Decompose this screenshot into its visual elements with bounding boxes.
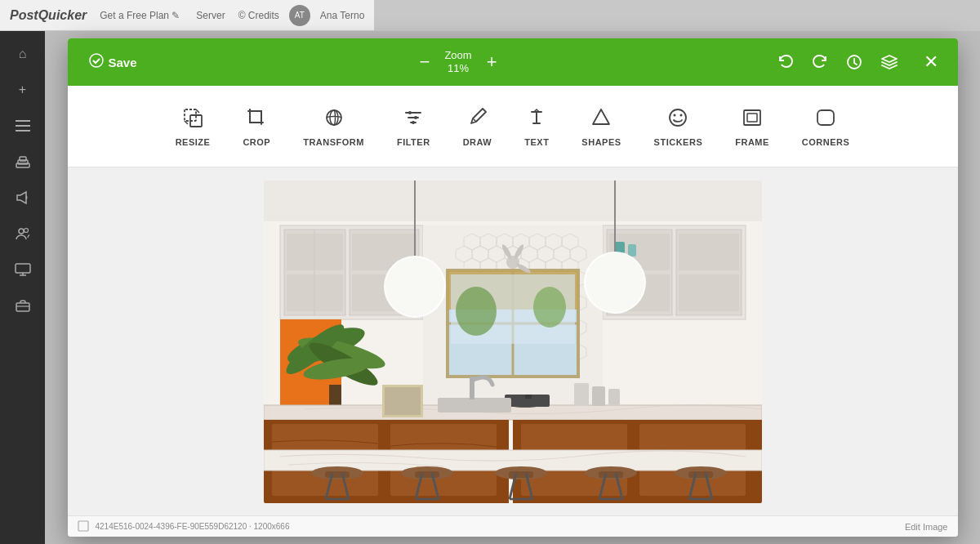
stickers-icon <box>666 106 689 132</box>
svg-point-17 <box>414 116 417 119</box>
status-coordinates: 4214E516-0024-4396-FE-90E559D62120 · 120… <box>96 522 290 531</box>
svg-point-134 <box>456 287 497 336</box>
crop-label: CROP <box>243 137 270 147</box>
svg-rect-187 <box>599 471 623 478</box>
image-editor-modal: Save − Zoom 11% + <box>68 38 958 537</box>
stickers-label: STICKERS <box>654 137 703 147</box>
svg-point-142 <box>385 257 444 316</box>
header-right-controls: ✕ <box>772 48 945 76</box>
close-button[interactable]: ✕ <box>917 48 945 76</box>
svg-rect-166 <box>592 386 605 406</box>
history-button[interactable] <box>840 50 868 74</box>
svg-rect-164 <box>525 395 532 399</box>
svg-rect-1 <box>16 125 30 127</box>
modal-header: Save − Zoom 11% + <box>68 38 958 86</box>
avatar: AT <box>289 5 310 26</box>
layers-button[interactable] <box>875 50 904 74</box>
modal-overlay: Save − Zoom 11% + <box>45 31 980 544</box>
svg-rect-177 <box>415 471 439 478</box>
tool-corners[interactable]: CORNERS <box>786 98 866 155</box>
tool-resize[interactable]: RESIZE <box>159 98 227 155</box>
tool-frame[interactable]: FRAME <box>719 98 786 155</box>
svg-point-18 <box>412 121 415 124</box>
app-logo: PostQuicker <box>10 8 87 23</box>
svg-rect-165 <box>574 383 589 406</box>
svg-rect-42 <box>679 274 739 311</box>
save-button[interactable]: Save <box>81 48 145 76</box>
sidebar-item-list[interactable] <box>8 111 38 140</box>
svg-rect-172 <box>325 471 350 478</box>
svg-rect-197 <box>78 521 88 531</box>
svg-rect-168 <box>438 398 511 412</box>
tool-transform[interactable]: TRANSFORM <box>287 98 381 155</box>
text-icon <box>525 106 548 132</box>
svg-rect-192 <box>688 471 713 478</box>
svg-rect-32 <box>287 234 343 270</box>
svg-rect-8 <box>16 264 30 273</box>
filter-label: FILTER <box>397 137 430 147</box>
status-bar: 4214E516-0024-4396-FE-90E559D62120 · 120… <box>68 515 958 537</box>
svg-point-22 <box>680 114 683 116</box>
sidebar-item-layers[interactable] <box>8 147 38 176</box>
zoom-display: Zoom 11% <box>444 49 471 74</box>
redo-button[interactable] <box>806 50 834 74</box>
svg-point-6 <box>19 229 24 234</box>
tool-stickers[interactable]: STICKERS <box>638 98 719 155</box>
svg-rect-9 <box>16 303 29 311</box>
save-icon <box>89 53 104 71</box>
resize-icon <box>181 106 204 132</box>
svg-rect-25 <box>817 110 834 125</box>
tool-draw[interactable]: DRAW <box>447 98 509 155</box>
svg-point-136 <box>506 256 519 269</box>
tool-crop[interactable]: CROP <box>226 98 287 155</box>
bg-topbar: PostQuicker Get a Free Plan ✎ Server © C… <box>0 0 374 31</box>
svg-marker-19 <box>593 109 609 124</box>
svg-point-20 <box>670 109 686 126</box>
sidebar-item-users[interactable] <box>8 219 38 248</box>
sidebar-item-home[interactable]: ⌂ <box>8 39 38 69</box>
header-center: − Zoom 11% + <box>145 49 772 74</box>
canvas-area <box>68 167 958 515</box>
sidebar-item-monitor[interactable] <box>8 255 38 284</box>
tool-text[interactable]: TEXT <box>508 98 565 155</box>
undo-button[interactable] <box>772 50 800 74</box>
svg-rect-23 <box>744 110 760 125</box>
sidebar-item-add[interactable]: + <box>8 75 38 105</box>
transform-label: TRANSFORM <box>303 137 364 147</box>
svg-point-135 <box>533 287 566 328</box>
corners-icon <box>814 106 837 132</box>
transform-icon <box>323 106 345 132</box>
left-sidebar: ⌂ + <box>0 31 45 544</box>
zoom-plus-button[interactable]: + <box>482 53 502 71</box>
resize-label: RESIZE <box>176 137 211 147</box>
canvas-image <box>264 181 762 503</box>
shapes-label: SHAPES <box>581 137 621 147</box>
svg-rect-182 <box>509 471 533 478</box>
svg-point-10 <box>90 54 103 67</box>
checkbox-icon <box>78 520 89 533</box>
svg-rect-0 <box>16 120 30 122</box>
svg-rect-33 <box>287 274 343 311</box>
svg-rect-167 <box>608 389 620 405</box>
svg-rect-2 <box>16 130 30 132</box>
svg-point-14 <box>327 110 341 125</box>
filter-icon <box>402 106 425 132</box>
svg-point-21 <box>674 114 676 116</box>
svg-rect-44 <box>628 244 636 256</box>
bg-nav-links: Get a Free Plan ✎ Server <box>100 10 225 21</box>
bg-topbar-right: © Credits AT Ana Terno <box>238 5 365 26</box>
status-left: 4214E516-0024-4396-FE-90E559D62120 · 120… <box>78 520 905 533</box>
editor-toolbar: RESIZE CROP <box>68 86 958 167</box>
shapes-icon <box>590 106 612 132</box>
svg-point-145 <box>586 253 644 312</box>
frame-icon <box>741 106 764 132</box>
svg-point-15 <box>330 110 338 125</box>
tool-shapes[interactable]: SHAPES <box>565 98 637 155</box>
text-label: TEXT <box>524 137 549 147</box>
zoom-minus-button[interactable]: − <box>415 53 435 71</box>
tool-filter[interactable]: FILTER <box>381 98 447 155</box>
sidebar-item-megaphone[interactable] <box>8 183 38 212</box>
draw-label: DRAW <box>463 137 492 147</box>
svg-rect-153 <box>264 405 762 420</box>
sidebar-item-briefcase[interactable] <box>8 291 38 320</box>
